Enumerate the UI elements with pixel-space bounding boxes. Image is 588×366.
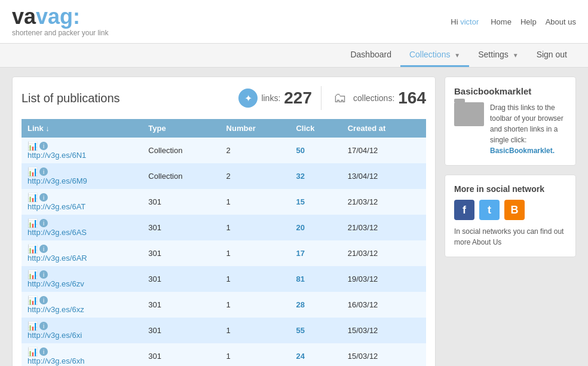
header: vavag: shortener and packer your link Hi… bbox=[0, 0, 588, 44]
links-icon: ✦ bbox=[238, 89, 258, 108]
social-title: More in social network bbox=[454, 184, 566, 194]
link-url[interactable]: http://v3g.es/6xh bbox=[27, 356, 84, 365]
bar-chart-icon: 📊 bbox=[27, 270, 38, 279]
top-nav: Home Help About us bbox=[491, 17, 576, 26]
cell-type: Collection bbox=[142, 163, 220, 189]
cell-link: 📊ihttp://v3g.es/6zv bbox=[22, 266, 142, 292]
col-number: Number bbox=[220, 119, 290, 138]
right-panel: Basicbookmarklet Drag this links to the … bbox=[445, 77, 576, 366]
cell-number: 2 bbox=[220, 163, 290, 189]
twitter-icon[interactable]: t bbox=[479, 200, 500, 220]
col-link[interactable]: Link ↓ bbox=[22, 119, 142, 138]
info-icon[interactable]: i bbox=[39, 270, 48, 279]
link-url[interactable]: http://v3g.es/6zv bbox=[27, 279, 84, 288]
info-icon[interactable]: i bbox=[39, 296, 48, 304]
table-row: 📊ihttp://v3g.es/6M9Collection23213/04/12 bbox=[22, 163, 426, 189]
cell-type: 301 bbox=[142, 292, 220, 318]
table-body: 📊ihttp://v3g.es/6N1Collection25017/04/12… bbox=[22, 138, 426, 366]
page-title: List of publications bbox=[22, 92, 120, 105]
table-row: 📊ihttp://v3g.es/6AR30111721/03/12 bbox=[22, 240, 426, 266]
table-row: 📊ihttp://v3g.es/6xi30115515/03/12 bbox=[22, 318, 426, 343]
cell-link: 📊ihttp://v3g.es/6N1 bbox=[22, 138, 142, 163]
navbar: Dashboard Collections ▼ Settings ▼ Sign … bbox=[0, 44, 588, 68]
info-icon[interactable]: i bbox=[39, 245, 48, 253]
cell-date: 19/03/12 bbox=[342, 266, 426, 292]
info-icon[interactable]: i bbox=[39, 193, 48, 202]
nav-dashboard[interactable]: Dashboard bbox=[341, 44, 400, 67]
nav-signout[interactable]: Sign out bbox=[528, 44, 576, 67]
table-row: 📊ihttp://v3g.es/6AT30111521/03/12 bbox=[22, 189, 426, 215]
collections-label: collections: bbox=[353, 93, 394, 103]
cell-number: 1 bbox=[220, 189, 290, 215]
table-row: 📊ihttp://v3g.es/6N1Collection25017/04/12 bbox=[22, 138, 426, 163]
nav-home[interactable]: Home bbox=[491, 17, 512, 26]
cell-click: 50 bbox=[290, 138, 341, 163]
bar-chart-icon: 📊 bbox=[27, 167, 38, 176]
nav-about[interactable]: About us bbox=[546, 17, 576, 26]
nav-collections[interactable]: Collections ▼ bbox=[400, 44, 469, 67]
cell-date: 21/03/12 bbox=[342, 215, 426, 240]
info-icon[interactable]: i bbox=[39, 167, 48, 176]
link-url[interactable]: http://v3g.es/6M9 bbox=[27, 176, 87, 185]
bookmarklet-link[interactable]: BasicBookmarklet. bbox=[490, 147, 555, 155]
cell-number: 1 bbox=[220, 343, 290, 366]
info-icon[interactable]: i bbox=[39, 219, 48, 227]
nav-settings[interactable]: Settings ▼ bbox=[469, 44, 527, 67]
greeting-prefix: Hi bbox=[451, 17, 458, 26]
link-url[interactable]: http://v3g.es/6xz bbox=[27, 305, 84, 314]
cell-type: 301 bbox=[142, 240, 220, 266]
collections-icon: 🗂 bbox=[330, 89, 350, 108]
bookmarklet-desc-text: Drag this links to the toolbar of your b… bbox=[490, 103, 564, 144]
col-type: Type bbox=[142, 119, 220, 138]
cell-date: 15/03/12 bbox=[342, 343, 426, 366]
cell-type: 301 bbox=[142, 318, 220, 343]
link-url[interactable]: http://v3g.es/6N1 bbox=[27, 151, 86, 160]
username-link[interactable]: victor bbox=[460, 17, 479, 26]
cell-click: 28 bbox=[290, 292, 341, 318]
cell-link: 📊ihttp://v3g.es/6M9 bbox=[22, 163, 142, 189]
cell-click: 15 bbox=[290, 189, 341, 215]
nav-help[interactable]: Help bbox=[520, 17, 537, 26]
facebook-icon[interactable]: f bbox=[454, 200, 474, 220]
bookmarklet-content: Drag this links to the toolbar of your b… bbox=[454, 102, 566, 156]
cell-click: 81 bbox=[290, 266, 341, 292]
nav-collections-label: Collections bbox=[409, 50, 450, 59]
bar-chart-icon: 📊 bbox=[27, 347, 38, 356]
cell-date: 21/03/12 bbox=[342, 240, 426, 266]
cell-type: 301 bbox=[142, 215, 220, 240]
cell-date: 15/03/12 bbox=[342, 318, 426, 343]
cell-date: 13/04/12 bbox=[342, 163, 426, 189]
cell-type: 301 bbox=[142, 266, 220, 292]
cell-date: 17/04/12 bbox=[342, 138, 426, 163]
left-panel: List of publications ✦ links: 227 🗂 coll… bbox=[12, 77, 436, 366]
user-greeting: Hi victor bbox=[451, 17, 479, 26]
bar-chart-icon: 📊 bbox=[27, 244, 38, 254]
cell-number: 1 bbox=[220, 215, 290, 240]
info-icon[interactable]: i bbox=[39, 142, 48, 150]
social-description: In social networks you can find out more… bbox=[454, 226, 566, 248]
publications-table: Link ↓ Type Number Click Created at 📊iht… bbox=[22, 119, 426, 366]
info-icon[interactable]: i bbox=[39, 347, 48, 356]
page-title-row: List of publications ✦ links: 227 🗂 coll… bbox=[22, 86, 426, 110]
cell-click: 17 bbox=[290, 240, 341, 266]
cell-link: 📊ihttp://v3g.es/6xh bbox=[22, 343, 142, 366]
main-content: List of publications ✦ links: 227 🗂 coll… bbox=[0, 68, 588, 366]
table-row: 📊ihttp://v3g.es/6xz30112816/03/12 bbox=[22, 292, 426, 318]
col-click: Click bbox=[290, 119, 341, 138]
link-url[interactable]: http://v3g.es/6AT bbox=[27, 202, 85, 211]
links-stat: ✦ links: 227 bbox=[238, 89, 312, 108]
info-icon[interactable]: i bbox=[39, 322, 48, 330]
links-label: links: bbox=[261, 93, 280, 103]
bar-chart-icon: 📊 bbox=[27, 295, 38, 305]
bar-chart-icon: 📊 bbox=[27, 218, 38, 228]
logo-vag: vag: bbox=[36, 4, 80, 29]
blogger-icon[interactable]: B bbox=[504, 200, 525, 220]
link-url[interactable]: http://v3g.es/6AS bbox=[27, 228, 87, 237]
link-url[interactable]: http://v3g.es/6AR bbox=[27, 254, 87, 263]
bar-chart-icon: 📊 bbox=[27, 193, 38, 202]
cell-number: 2 bbox=[220, 138, 290, 163]
cell-link: 📊ihttp://v3g.es/6AS bbox=[22, 215, 142, 240]
settings-dropdown-arrow: ▼ bbox=[513, 52, 519, 59]
link-url[interactable]: http://v3g.es/6xi bbox=[27, 331, 82, 340]
nav-settings-dropdown: Settings ▼ bbox=[469, 44, 527, 67]
